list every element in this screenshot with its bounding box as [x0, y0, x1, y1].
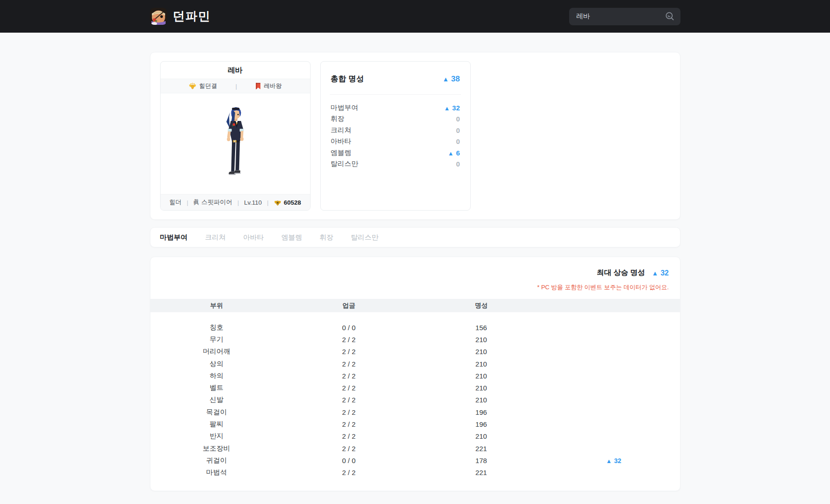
table-row: 머리어깨2 / 2210: [150, 346, 680, 358]
tab-엠블렘[interactable]: 엠블렘: [282, 233, 302, 242]
cell-upgrade: 2 / 2: [282, 336, 415, 344]
cell-fame: 196: [415, 408, 548, 416]
character-fame-value: 60528: [284, 199, 301, 206]
detail-total: ▲32: [652, 269, 669, 277]
table-header-row: 부위업글명성: [150, 299, 680, 312]
badge-title: 레바왕: [255, 82, 282, 90]
table-row: 귀걸이0 / 0178▲32: [150, 454, 680, 466]
fame-row-value: 0: [456, 160, 460, 168]
cell-upgrade: 2 / 2: [282, 360, 415, 368]
wing-medal-icon: [189, 83, 196, 89]
fame-row-value: 0: [456, 137, 460, 145]
fame-summary-row: 휘장0: [331, 114, 460, 125]
table-row: 무기2 / 2210: [150, 333, 680, 345]
cell-part: 보조장비: [150, 444, 283, 453]
table-body: 칭호0 / 0156무기2 / 2210머리어깨2 / 2210상의2 / 22…: [150, 312, 680, 479]
gold-medal-icon: [274, 200, 282, 206]
table-row: 반지2 / 2210: [150, 430, 680, 442]
red-bookmark-icon: [255, 83, 261, 90]
fame-summary-title: 총합 명성: [331, 74, 364, 84]
cell-part: 칭호: [150, 323, 283, 332]
cell-delta: ▲32: [548, 457, 680, 464]
cell-fame: 210: [415, 372, 548, 380]
cell-fame: 210: [415, 384, 548, 392]
search-icon[interactable]: [665, 11, 675, 22]
top-navbar: 던파민: [0, 0, 830, 33]
up-arrow-icon: ▲: [448, 150, 454, 157]
fame-row-label: 탈리스만: [331, 160, 358, 168]
character-name: 레바: [161, 62, 310, 79]
table-header-cell: 부위: [150, 302, 283, 310]
badge-guild-label: 힐던갤: [199, 82, 217, 90]
cell-fame: 178: [415, 457, 548, 464]
cell-part: 하의: [150, 372, 283, 380]
fame-row-value: 0: [456, 115, 460, 123]
fame-summary-card: 총합 명성 ▲38 마법부여▲32휘장0크리쳐0아바타0엠블렘▲6탈리스만0: [320, 61, 471, 211]
search-box: [569, 8, 680, 25]
character-card: 레바 힐던갤 |: [160, 61, 311, 211]
fame-row-label: 마법부여: [331, 103, 358, 112]
cell-part: 신발: [150, 395, 283, 404]
cell-fame: 156: [415, 324, 548, 332]
cell-upgrade: 2 / 2: [282, 432, 415, 440]
search-input[interactable]: [576, 12, 665, 20]
fame-summary-row: 탈리스만0: [331, 159, 460, 170]
table-row: 상의2 / 2210: [150, 358, 680, 370]
character-info-bar: 힐더 | 眞 스핏파이어 | Lv.110 | 60528: [161, 194, 310, 210]
cell-upgrade: 2 / 2: [282, 372, 415, 380]
fame-summary-total: ▲38: [443, 74, 460, 84]
cell-part: 마법석: [150, 468, 283, 477]
table-row: 벨트2 / 2210: [150, 382, 680, 394]
detail-header: 최대 상승 명성 ▲32: [150, 268, 680, 278]
table-row: 칭호0 / 0156: [150, 321, 680, 333]
tab-마법부여[interactable]: 마법부여: [160, 233, 188, 242]
fame-row-label: 엠블렘: [331, 149, 352, 157]
tab-휘장[interactable]: 휘장: [320, 233, 334, 242]
profile-section: 레바 힐던갤 |: [150, 52, 680, 220]
fame-row-label: 휘장: [331, 115, 345, 123]
cell-part: 벨트: [150, 384, 283, 392]
cell-part: 반지: [150, 432, 283, 441]
cell-upgrade: 2 / 2: [282, 420, 415, 428]
enchant-detail-card: 최대 상승 명성 ▲32 * PC 방을 포함한 이벤트 보주는 데이터가 없어…: [150, 257, 680, 491]
fame-row-value: ▲32: [444, 104, 460, 112]
fame-row-label: 크리쳐: [331, 126, 352, 135]
brand-home-link[interactable]: 던파민: [150, 8, 211, 25]
cell-part: 귀걸이: [150, 456, 283, 465]
tab-아바타[interactable]: 아바타: [243, 233, 264, 242]
table-row: 하의2 / 2210: [150, 370, 680, 382]
cell-fame: 221: [415, 445, 548, 452]
cell-upgrade: 2 / 2: [282, 469, 415, 476]
detail-note: * PC 방을 포함한 이벤트 보주는 데이터가 없어요.: [150, 278, 680, 299]
table-header-cell: 업글: [282, 302, 415, 310]
fame-summary-row: 크리쳐0: [331, 125, 460, 136]
cell-fame: 221: [415, 469, 548, 476]
info-separator: |: [267, 199, 269, 206]
up-arrow-icon: ▲: [606, 458, 612, 464]
up-arrow-icon: ▲: [652, 269, 658, 277]
cell-fame: 210: [415, 396, 548, 404]
cell-upgrade: 2 / 2: [282, 396, 415, 404]
cell-upgrade: 2 / 2: [282, 408, 415, 416]
cell-part: 상의: [150, 360, 283, 368]
table-row: 목걸이2 / 2196: [150, 406, 680, 418]
fame-delta-value: ▲32: [606, 457, 621, 464]
fame-summary-list: 마법부여▲32휘장0크리쳐0아바타0엠블렘▲6탈리스만0: [330, 95, 461, 170]
dunpamin-logo-icon: [150, 8, 167, 25]
character-level: Lv.110: [244, 199, 262, 206]
cell-part: 팔찌: [150, 420, 283, 429]
fame-row-label: 아바타: [331, 137, 352, 146]
character-portrait: [161, 93, 310, 194]
tab-탈리스만[interactable]: 탈리스만: [351, 233, 379, 242]
cell-fame: 210: [415, 432, 548, 440]
cell-part: 무기: [150, 335, 283, 344]
cell-upgrade: 2 / 2: [282, 384, 415, 392]
table-header-cell: 명성: [415, 302, 548, 310]
up-arrow-icon: ▲: [443, 75, 449, 83]
tab-크리쳐[interactable]: 크리쳐: [205, 233, 226, 242]
character-sprite: [212, 104, 258, 183]
cell-upgrade: 2 / 2: [282, 348, 415, 355]
brand-title: 던파민: [173, 8, 211, 24]
badge-separator: |: [236, 83, 237, 90]
character-subclass: 眞 스핏파이어: [193, 198, 232, 206]
